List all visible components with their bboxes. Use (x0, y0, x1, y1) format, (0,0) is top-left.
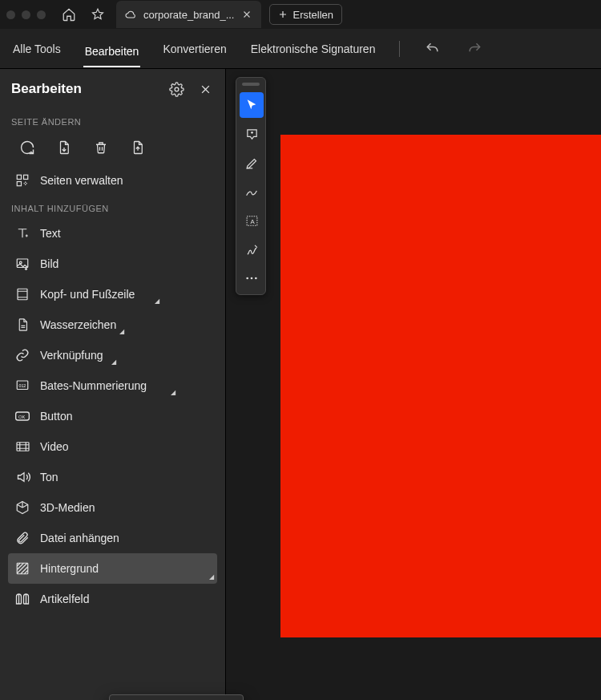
item-header-footer[interactable]: Kopf- und Fußzeile ◢ (0, 279, 225, 310)
button-icon: OK (14, 408, 30, 424)
link-icon (14, 347, 30, 363)
traffic-light-max[interactable] (37, 10, 46, 19)
insert-page-icon[interactable] (128, 138, 147, 157)
item-bates[interactable]: 012 Bates-Nummerierung ◢ (0, 370, 225, 401)
item-label: Hintergrund (40, 562, 99, 575)
menu-edit[interactable]: Bearbeiten (83, 40, 141, 67)
close-panel-icon[interactable] (196, 80, 214, 98)
image-icon (14, 256, 30, 272)
menu-esign[interactable]: Elektronische Signaturen (249, 38, 377, 60)
vertical-toolbar: A (236, 77, 266, 295)
section-add-content: INHALT HINZUFÜGEN (0, 196, 225, 218)
dropdown-indicator: ◢ (119, 328, 124, 335)
svg-text:A: A (250, 218, 255, 225)
comment-tool[interactable] (240, 121, 264, 147)
tab-close-icon[interactable] (240, 8, 253, 21)
window-bar: corporate_brand_... Erstellen (0, 0, 601, 29)
undo-icon[interactable] (422, 38, 443, 59)
dropdown-indicator: ◢ (111, 358, 116, 366)
item-3d[interactable]: 3D-Medien (0, 492, 225, 523)
sign-tool[interactable] (240, 237, 264, 262)
item-label: Wasserzeichen (40, 318, 116, 331)
svg-point-17 (255, 277, 257, 280)
document-page[interactable] (280, 135, 601, 637)
watermark-icon (14, 317, 30, 333)
star-icon[interactable] (87, 4, 108, 25)
menu-all-tools[interactable]: Alle Tools (11, 38, 63, 60)
sound-icon (14, 469, 30, 485)
panel-title: Bearbeiten (11, 81, 82, 97)
plus-icon (278, 10, 288, 19)
menu-bar: Alle Tools Bearbeiten Konvertieren Elekt… (0, 29, 601, 69)
svg-point-15 (246, 277, 248, 280)
traffic-light-close[interactable] (6, 10, 15, 19)
background-submenu: Hinzufügen Aktualisieren Entfernen (109, 694, 244, 700)
bates-icon: 012 (14, 378, 30, 394)
manage-pages-item[interactable]: Seiten verwalten (0, 165, 225, 196)
item-label: Bates-Nummerierung (40, 379, 147, 392)
svg-rect-2 (24, 175, 28, 179)
svg-text:OK: OK (18, 415, 26, 419)
dropdown-indicator: ◢ (209, 573, 214, 581)
item-label: Kopf- und Fußzeile (40, 288, 135, 301)
item-button[interactable]: OK Button (0, 401, 225, 431)
item-label: Video (40, 440, 69, 453)
item-sound[interactable]: Ton (0, 462, 225, 492)
item-background[interactable]: Hintergrund ◢ (8, 553, 217, 584)
item-label: 3D-Medien (40, 501, 95, 514)
svg-rect-3 (17, 182, 21, 186)
svg-point-0 (175, 87, 179, 91)
select-tool[interactable] (240, 92, 264, 118)
item-label: Bild (40, 257, 58, 270)
dropdown-indicator: ◢ (155, 297, 159, 305)
edit-panel: Bearbeiten SEITE ÄNDERN Seiten verwalten… (0, 69, 226, 700)
item-label: Datei anhängen (40, 532, 119, 544)
manage-pages-icon (14, 172, 30, 188)
item-video[interactable]: Video (0, 431, 225, 462)
home-icon[interactable] (58, 4, 79, 25)
rotate-icon[interactable] (18, 138, 37, 157)
document-tab[interactable]: corporate_brand_... (116, 1, 261, 28)
item-article[interactable]: Artikelfeld (0, 584, 225, 614)
create-label: Erstellen (292, 9, 333, 21)
item-label: Verknüpfung (40, 349, 103, 362)
item-label: Artikelfeld (40, 593, 89, 605)
svg-rect-6 (18, 289, 27, 300)
draw-tool[interactable] (240, 179, 264, 204)
submenu-add[interactable]: Hinzufügen (110, 695, 243, 700)
typewriter-tool[interactable]: A (240, 208, 264, 233)
tab-title: corporate_brand_... (143, 9, 234, 21)
section-page-change: SEITE ÄNDERN (0, 109, 225, 132)
redo-icon[interactable] (464, 38, 485, 59)
traffic-light-min[interactable] (22, 10, 30, 19)
three-d-icon (14, 500, 30, 516)
toolbar-drag-handle[interactable] (242, 83, 260, 86)
traffic-lights (6, 10, 46, 19)
attach-icon (14, 530, 30, 546)
article-icon (14, 591, 30, 607)
more-tools-icon[interactable] (240, 265, 264, 291)
menu-separator (399, 41, 400, 57)
item-text[interactable]: Text (0, 218, 225, 249)
create-button[interactable]: Erstellen (269, 4, 342, 25)
extract-page-icon[interactable] (54, 138, 74, 157)
dropdown-indicator: ◢ (171, 389, 175, 396)
header-footer-icon (14, 286, 30, 302)
item-label: Button (40, 410, 72, 423)
svg-rect-11 (17, 443, 29, 451)
item-watermark[interactable]: Wasserzeichen ◢ (0, 310, 225, 340)
text-icon (14, 225, 30, 241)
manage-pages-label: Seiten verwalten (40, 174, 123, 187)
page-action-row (0, 132, 225, 165)
svg-rect-1 (17, 175, 21, 179)
settings-icon[interactable] (167, 80, 185, 98)
background-icon (14, 560, 30, 577)
menu-convert[interactable]: Konvertieren (161, 38, 228, 60)
delete-page-icon[interactable] (91, 138, 111, 157)
item-attach[interactable]: Datei anhängen (0, 523, 225, 553)
highlight-tool[interactable] (240, 150, 264, 176)
item-link[interactable]: Verknüpfung ◢ (0, 340, 225, 370)
item-image[interactable]: Bild (0, 249, 225, 279)
item-label: Text (40, 227, 61, 240)
item-label: Ton (40, 471, 58, 484)
